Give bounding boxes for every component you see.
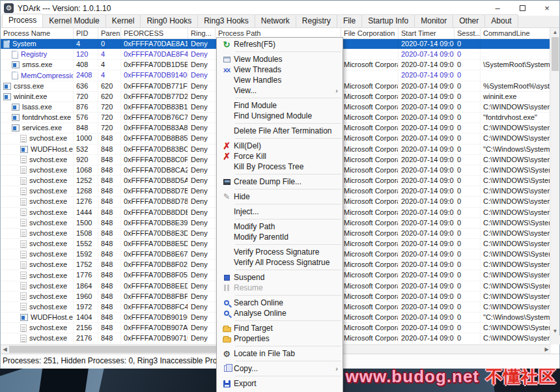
cell-sess: 0 (455, 292, 481, 301)
cell-peorcess: 0xFFFFA70DB8F020C0 (121, 260, 188, 270)
tab-about[interactable]: About (484, 14, 518, 27)
cell-cmd: C:\WINDOWS\system32\svc (481, 302, 551, 312)
cell-parent: 4 (98, 70, 121, 80)
scroll-up-icon[interactable]: ▲ (550, 28, 560, 36)
process-name: System (12, 39, 36, 49)
menu-item-force-kill[interactable]: Force Kill (217, 151, 343, 161)
column-header-cmd[interactable]: CommandLine (481, 28, 551, 38)
cell-parent: 848 (98, 270, 121, 280)
menu-item-search-online[interactable]: Search Online (217, 298, 343, 308)
menu-item-verify-process-signature[interactable]: Verify Process Signature (217, 247, 343, 257)
menu-item-find-unsigned-module[interactable]: Find Unsigned Module (217, 111, 343, 121)
cell-parent: 848 (98, 239, 121, 249)
menu-item-copy[interactable]: Copy...› (217, 363, 343, 374)
tab-registry[interactable]: Registry (296, 14, 337, 27)
cell-start: 2020-07-14 09:04:16 (399, 281, 455, 291)
cell-parent: 4 (98, 60, 121, 70)
menu-icon-slot (219, 151, 234, 161)
menu-item-label: View Modules (234, 55, 282, 64)
menu-item-verify-all-process-signatrue[interactable]: Verify All Process Signatrue (217, 257, 343, 268)
menu-item-find-module[interactable]: Find Module (217, 100, 343, 111)
menu-item-view-handles[interactable]: View Handles (217, 75, 343, 85)
column-header-ring[interactable]: Ring... (188, 28, 216, 38)
menu-item-kill-by-process-tree[interactable]: Kill By Process Tree (217, 161, 343, 172)
scroll-right-icon[interactable]: ▶ (542, 345, 551, 354)
cell-corp: Microsoft Corporat... (341, 333, 399, 343)
column-header-corp[interactable]: File Corporation (341, 28, 399, 38)
menu-item-find-target[interactable]: Find Target (217, 323, 343, 333)
cell-name: svchost.exe (1, 323, 74, 333)
tab-ring0-hooks[interactable]: Ring0 Hooks (140, 14, 198, 27)
tab-startup-info[interactable]: Startup Info (361, 14, 415, 27)
menu-item-modify-parentid[interactable]: Modify ParentId (217, 232, 343, 242)
cell-name: svchost.exe (1, 333, 74, 343)
column-header-name[interactable]: Process Name (1, 28, 74, 38)
menu-item-view-modules[interactable]: View Modules (217, 54, 343, 64)
menu-item-modify-path[interactable]: Modify Path (217, 221, 343, 232)
cell-sess: 0 (455, 176, 481, 186)
menu-separator (235, 98, 341, 98)
service-icon (20, 156, 27, 163)
scroll-left-icon[interactable]: ◀ (1, 345, 9, 354)
column-header-pid[interactable]: PID (74, 28, 98, 38)
close-button[interactable]: × (535, 1, 559, 16)
cell-ring: Deny (188, 165, 216, 175)
cell-pid: 920 (74, 155, 98, 165)
column-header-start[interactable]: Start Timer (399, 28, 455, 38)
column-header-parent[interactable]: Paren... (98, 28, 121, 38)
cell-peorcess: 0xFFFFA70DB8C0F240 (121, 155, 188, 165)
cell-start: 2020-07-14 09:04:16 (399, 249, 455, 259)
menu-item-locate-in-file-tab[interactable]: Locate in File Tab (217, 348, 343, 359)
tab-kernel[interactable]: Kernel (105, 14, 141, 27)
menu-item-export[interactable]: Export (217, 378, 343, 389)
modules-icon (223, 57, 231, 63)
maximize-icon (520, 5, 525, 11)
cell-start: 2020-07-14 09:04:16 (399, 92, 455, 102)
process-name: svchost.exe (29, 186, 67, 196)
menu-item-suspend[interactable]: Suspend (217, 272, 343, 283)
cell-corp: Microsoft Corporat... (341, 313, 399, 322)
cell-corp: Microsoft Corporat... (341, 302, 399, 312)
tab-kernel-module[interactable]: Kernel Module (42, 14, 105, 27)
menu-item-label: Analyse Online (234, 309, 287, 318)
menu-item-create-dump-file[interactable]: Create Dump File... (217, 176, 343, 187)
menu-icon-slot (219, 247, 234, 257)
menu-icon-slot (219, 85, 234, 96)
cell-parent: 0 (98, 39, 121, 49)
menu-icon-slot (219, 126, 234, 136)
cell-name: smss.exe (1, 60, 74, 70)
cell-ring: Deny (188, 102, 216, 112)
menu-item-label: Refresh(F5) (234, 40, 275, 49)
tree-indent (3, 328, 20, 328)
vertical-scroll-thumb[interactable] (552, 37, 559, 71)
tab-monitor[interactable]: Monitor (414, 14, 453, 27)
menu-item-properties[interactable]: Properties (217, 333, 343, 344)
menu-item-refresh-f5[interactable]: Refresh(F5) (217, 39, 343, 49)
vertical-scrollbar[interactable]: ▲ ▼ (550, 28, 559, 344)
menu-item-inject[interactable]: Inject... (217, 206, 343, 217)
cell-sess: 0 (455, 281, 481, 291)
menu-item-delete-file-after-termination[interactable]: Delete File After Termination (217, 126, 343, 136)
cell-pid: 408 (74, 60, 98, 70)
tab-process[interactable]: Process (2, 14, 43, 27)
service-icon (20, 188, 27, 195)
tab-ring3-hooks[interactable]: Ring3 Hooks (197, 14, 255, 27)
menu-item-analyse-online[interactable]: Analyse Online (217, 308, 343, 318)
cell-start: 2020-07-14 09:04:16 (399, 313, 455, 322)
column-header-sess[interactable]: Sesst... (455, 28, 481, 38)
cell-cmd: "C:\Windows\System32\WU (481, 145, 551, 154)
menu-item-view-threads[interactable]: View Threads (217, 64, 343, 75)
tab-other[interactable]: Other (453, 14, 485, 27)
column-header-peorcess[interactable]: PEORCESS (121, 28, 188, 38)
menu-item-kill-del[interactable]: Kill(Del) (217, 141, 343, 151)
maximize-button[interactable] (510, 1, 535, 16)
menu-item-view[interactable]: View...› (217, 85, 343, 96)
application-icon (12, 124, 20, 132)
tab-network[interactable]: Network (255, 14, 296, 27)
minimize-button[interactable]: – (485, 1, 510, 16)
scroll-down-icon[interactable]: ▼ (550, 327, 560, 335)
cell-cmd: C:\WINDOWS\system32\svc (481, 270, 551, 280)
menu-item-hide[interactable]: Hide (217, 191, 343, 202)
cell-ring: Deny (188, 197, 216, 206)
tab-file[interactable]: File (337, 14, 362, 27)
